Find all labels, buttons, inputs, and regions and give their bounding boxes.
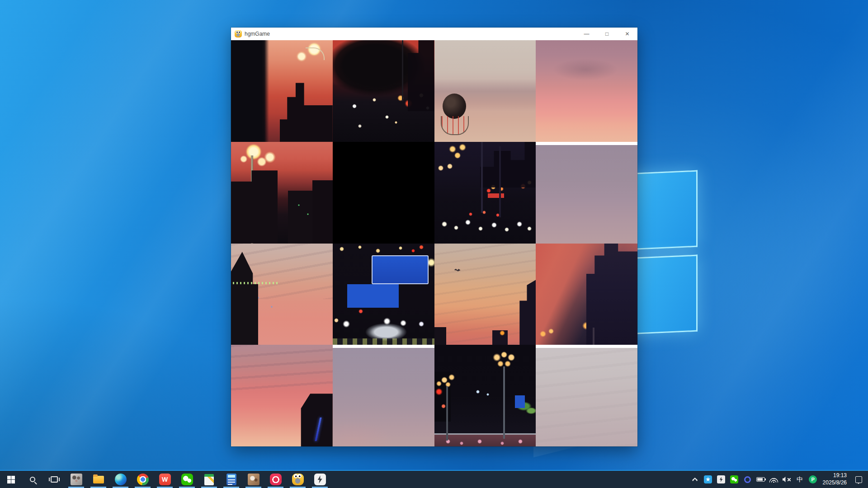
- tray-cortana-ring-button[interactable]: [741, 470, 754, 488]
- cortana-ring-icon: [744, 476, 751, 483]
- puzzle-tile-r1c3[interactable]: [536, 142, 637, 244]
- tray-lightning-driver-button[interactable]: [715, 470, 728, 488]
- dog-photo-app-icon: [248, 474, 259, 485]
- volume-muted-icon: [783, 476, 791, 483]
- tray-wechat-tray-button[interactable]: [728, 470, 741, 488]
- tray-expand-button[interactable]: [689, 470, 702, 488]
- wifi-icon: [769, 477, 778, 483]
- search-icon: [30, 477, 35, 482]
- chevron-up-icon: [692, 478, 698, 481]
- tray-green-p-button[interactable]: P: [807, 470, 820, 488]
- task-view-icon: [51, 476, 58, 483]
- lightning-driver-icon: [717, 475, 725, 483]
- green-p-icon: P: [809, 475, 817, 483]
- windows-start-icon: [7, 476, 15, 483]
- puzzle-grid: [231, 40, 637, 446]
- puzzle-tile-r3c1[interactable]: [333, 345, 434, 446]
- puzzle-tile-r0c1[interactable]: [333, 40, 434, 142]
- taskbar-clock[interactable]: 19:13 2025/8/26: [820, 472, 850, 486]
- taskbar-app-red-media-app[interactable]: [264, 471, 287, 488]
- action-center-button[interactable]: [850, 470, 867, 488]
- puzzle-tile-r2c0[interactable]: [231, 244, 333, 345]
- google-chrome-icon: [137, 474, 149, 485]
- puzzle-tile-r0c0[interactable]: [231, 40, 333, 142]
- taskbar-app-dog-photo-app[interactable]: [242, 471, 264, 488]
- taskbar-app-wps-office[interactable]: W: [154, 471, 176, 488]
- battery-icon: [756, 477, 765, 482]
- puzzle-tile-r1c2[interactable]: [434, 142, 536, 244]
- tray-ime-chinese-button[interactable]: 中: [793, 470, 807, 488]
- wps-office-badge: W: [162, 476, 168, 483]
- taskbar-app-cat-photo-app[interactable]: [65, 471, 87, 488]
- ime-chinese-badge: 中: [797, 476, 803, 483]
- tray-volume-muted-button[interactable]: [780, 470, 793, 488]
- red-media-app-icon: [270, 474, 282, 485]
- puzzle-tile-r3c3[interactable]: [536, 345, 637, 446]
- tray-battery-button[interactable]: [754, 470, 767, 488]
- puzzle-tile-r1c1-empty: [333, 142, 434, 244]
- ime-chinese-icon: 中: [797, 476, 803, 483]
- wechat-tray-icon: [730, 475, 738, 483]
- taskbar-app-lightning-tool[interactable]: [309, 471, 331, 488]
- maximize-button[interactable]: □: [597, 28, 617, 40]
- puzzle-tile-r2c2[interactable]: [434, 244, 536, 345]
- turtle-game-icon: [292, 474, 304, 485]
- file-explorer-icon: [93, 474, 104, 485]
- clock-time: 19:13: [823, 472, 847, 479]
- window-titlebar[interactable]: hgmGame — □ ✕: [231, 28, 637, 40]
- window-title: hgmGame: [245, 31, 270, 37]
- close-button[interactable]: ✕: [617, 28, 637, 40]
- start-button[interactable]: [0, 471, 22, 488]
- wechat-icon: [181, 474, 193, 485]
- notification-icon: [855, 476, 862, 483]
- lightning-tool-icon: [314, 474, 326, 485]
- clock-date: 2025/8/26: [823, 479, 847, 487]
- taskbar-app-wechat[interactable]: [176, 471, 198, 488]
- tray-wifi-button[interactable]: [767, 470, 780, 488]
- green-p-badge: P: [811, 477, 814, 482]
- minimize-button[interactable]: —: [576, 28, 597, 40]
- puzzle-tile-r0c3[interactable]: [536, 40, 637, 142]
- puzzle-tile-r0c2[interactable]: [434, 40, 536, 142]
- tray-tim-button[interactable]: [702, 470, 715, 488]
- puzzle-tile-r3c0[interactable]: [231, 345, 333, 446]
- puzzle-tile-r2c3[interactable]: [536, 244, 637, 345]
- taskbar-app-microsoft-edge[interactable]: [109, 471, 132, 488]
- wps-office-icon: W: [159, 474, 171, 485]
- task-view-button[interactable]: [43, 471, 65, 488]
- puzzle-tile-r3c2[interactable]: [434, 345, 536, 446]
- notepad-editor-icon: [204, 474, 214, 485]
- hgmgame-window: hgmGame — □ ✕: [231, 28, 637, 446]
- system-tray: 中P 19:13 2025/8/26: [689, 471, 868, 488]
- taskbar-app-notepad-editor[interactable]: [198, 471, 220, 488]
- cat-photo-app-icon: [71, 474, 82, 485]
- taskbar: W 中P 19:13 2025/8/26: [0, 470, 868, 488]
- taskbar-app-file-explorer[interactable]: [87, 471, 109, 488]
- tim-icon: [704, 475, 712, 483]
- taskbar-app-turtle-game[interactable]: [287, 471, 309, 488]
- puzzle-tile-r2c1[interactable]: [333, 244, 434, 345]
- microsoft-edge-icon: [115, 474, 127, 485]
- search-button[interactable]: [22, 471, 43, 488]
- puzzle-tile-r1c0[interactable]: [231, 142, 333, 244]
- taskbar-app-google-chrome[interactable]: [132, 471, 154, 488]
- turtle-game-icon: [235, 30, 242, 38]
- calculator-icon: [226, 474, 236, 485]
- taskbar-app-calculator[interactable]: [220, 471, 242, 488]
